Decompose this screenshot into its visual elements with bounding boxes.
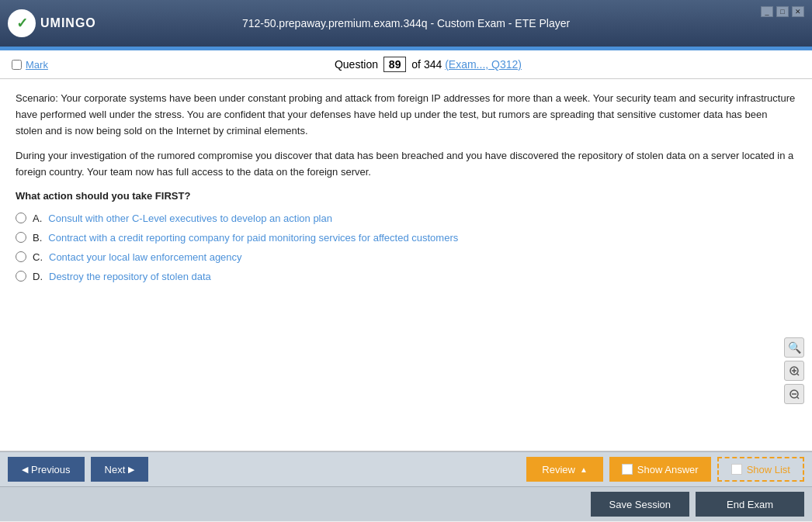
question-header: Mark Question 89 of 344 (Exam..., Q312) bbox=[0, 50, 812, 79]
option-a-text: Consult with other C-Level executives to… bbox=[48, 213, 332, 224]
logo-check-icon: ✓ bbox=[16, 15, 28, 32]
question-of-total: of 344 bbox=[411, 58, 442, 71]
show-answer-button[interactable]: Show Answer bbox=[609, 457, 711, 482]
next-button[interactable]: Next ▶ bbox=[91, 457, 149, 482]
app-title: 712-50.prepaway.premium.exam.344q - Cust… bbox=[242, 17, 570, 29]
show-list-button[interactable]: Show List bbox=[717, 457, 804, 482]
radio-d[interactable] bbox=[16, 271, 26, 282]
logo-circle: ✓ bbox=[8, 9, 36, 37]
answer-option-a: A. Consult with other C-Level executives… bbox=[16, 213, 796, 224]
review-label: Review bbox=[542, 464, 575, 475]
content-area: Scenario: Your corporate systems have be… bbox=[0, 79, 812, 451]
show-list-label: Show List bbox=[747, 464, 790, 475]
mark-label[interactable]: Mark bbox=[26, 59, 48, 71]
next-label: Next bbox=[105, 464, 126, 475]
option-d-label: D. bbox=[33, 271, 43, 282]
window-controls[interactable]: _ □ ✕ bbox=[761, 6, 804, 17]
option-c-label: C. bbox=[33, 251, 43, 263]
option-b-label: B. bbox=[33, 232, 42, 244]
mark-area[interactable]: Mark bbox=[12, 59, 48, 71]
scenario-text-part2: During your investigation of the rumored… bbox=[16, 148, 796, 181]
bottom-nav: ◀ Previous Next ▶ Review ▲ Show Answer S… bbox=[0, 451, 812, 486]
question-info: Question 89 of 344 (Exam..., Q312) bbox=[335, 57, 522, 72]
minimize-button[interactable]: _ bbox=[761, 6, 773, 17]
show-answer-label: Show Answer bbox=[637, 464, 699, 475]
radio-c[interactable] bbox=[16, 251, 26, 262]
logo-area: ✓ UMINGO bbox=[8, 9, 96, 37]
next-arrow-icon: ▶ bbox=[128, 465, 134, 475]
action-bar: Save Session End Exam bbox=[0, 486, 812, 521]
restore-button[interactable]: □ bbox=[776, 6, 789, 17]
svg-line-6 bbox=[797, 397, 799, 399]
svg-line-3 bbox=[797, 374, 799, 375]
scenario-text-part1: Scenario: Your corporate systems have be… bbox=[16, 91, 796, 139]
previous-arrow-icon: ◀ bbox=[22, 465, 28, 475]
title-bar: _ □ ✕ ✓ UMINGO 712-50.prepaway.premium.e… bbox=[0, 0, 812, 47]
review-button[interactable]: Review ▲ bbox=[526, 457, 603, 482]
zoom-in-button[interactable] bbox=[784, 361, 804, 381]
zoom-out-button[interactable] bbox=[784, 384, 804, 404]
end-exam-button[interactable]: End Exam bbox=[696, 492, 804, 517]
option-a-label: A. bbox=[33, 213, 42, 224]
question-label: Question bbox=[335, 58, 378, 71]
show-list-checkbox[interactable] bbox=[731, 464, 742, 475]
answer-option-d: D. Destroy the repository of stolen data bbox=[16, 271, 796, 282]
search-button[interactable]: 🔍 bbox=[784, 337, 804, 358]
previous-label: Previous bbox=[31, 464, 71, 475]
close-button[interactable]: ✕ bbox=[792, 6, 804, 17]
option-b-text: Contract with a credit reporting company… bbox=[48, 232, 458, 244]
question-exam-detail[interactable]: (Exam..., Q312) bbox=[445, 58, 522, 71]
question-text: What action should you take FIRST? bbox=[16, 190, 796, 202]
show-answer-checkbox[interactable] bbox=[622, 464, 633, 475]
save-session-button[interactable]: Save Session bbox=[591, 492, 690, 517]
option-c-text: Contact your local law enforcement agenc… bbox=[49, 251, 242, 263]
option-d-text: Destroy the repository of stolen data bbox=[49, 271, 211, 282]
radio-b[interactable] bbox=[16, 232, 26, 243]
radio-a[interactable] bbox=[16, 213, 26, 223]
mark-checkbox[interactable] bbox=[12, 60, 22, 70]
answer-option-b: B. Contract with a credit reporting comp… bbox=[16, 232, 796, 244]
review-arrow-icon: ▲ bbox=[580, 465, 588, 474]
logo-text: UMINGO bbox=[40, 16, 96, 30]
previous-button[interactable]: ◀ Previous bbox=[8, 457, 85, 482]
answer-option-c: C. Contact your local law enforcement ag… bbox=[16, 251, 796, 263]
answer-options: A. Consult with other C-Level executives… bbox=[16, 213, 796, 282]
zoom-controls: 🔍 bbox=[784, 337, 804, 404]
question-number: 89 bbox=[383, 57, 407, 72]
